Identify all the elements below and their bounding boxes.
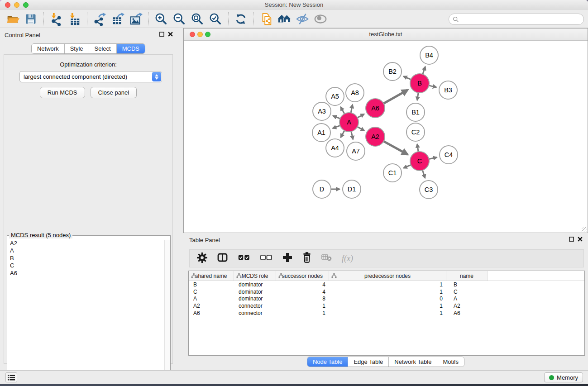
graph-node-C2[interactable]: C2 <box>406 123 425 141</box>
float-table-panel-icon[interactable] <box>569 237 574 242</box>
graph-edge-B-B2[interactable] <box>403 76 411 80</box>
table-row[interactable]: Adominator80A <box>189 295 584 302</box>
export-table-icon[interactable] <box>110 12 125 26</box>
graph-node-B3[interactable]: B3 <box>439 81 457 99</box>
graph-node-B4[interactable]: B4 <box>420 46 438 64</box>
column-header-MCDS-role[interactable]: MCDS role <box>234 271 276 281</box>
table-tab-motifs[interactable]: Motifs <box>437 357 464 367</box>
table-cell[interactable]: connector <box>234 310 276 316</box>
tab-mcds[interactable]: MCDS <box>117 44 145 53</box>
tab-network[interactable]: Network <box>32 44 65 53</box>
graph-node-A5[interactable]: A5 <box>326 87 344 105</box>
table-cell[interactable]: B <box>446 281 488 288</box>
graph-edge-C-C3[interactable] <box>422 170 425 178</box>
graph-node-B2[interactable]: B2 <box>383 62 402 81</box>
home-view-icon[interactable] <box>277 12 292 26</box>
table-cell[interactable]: 1 <box>276 310 329 316</box>
zoom-in-icon[interactable] <box>154 12 168 26</box>
tab-style[interactable]: Style <box>65 44 89 53</box>
graph-node-B[interactable]: B <box>410 74 429 93</box>
tab-select[interactable]: Select <box>89 44 117 53</box>
delete-table-icon[interactable] <box>321 254 332 263</box>
delete-column-icon[interactable] <box>302 252 311 265</box>
zoom-out-icon[interactable] <box>172 12 186 26</box>
mcds-result-item[interactable]: A2 <box>8 240 164 247</box>
graph-edge-B-B4[interactable] <box>423 67 425 74</box>
column-header-shared-name[interactable]: shared name <box>189 271 234 281</box>
graph-edge-A-A2[interactable] <box>357 127 364 131</box>
graph-edge-A-A3[interactable] <box>333 116 340 119</box>
search-input[interactable] <box>461 15 580 24</box>
table-tab-edge-table[interactable]: Edge Table <box>348 357 389 367</box>
graph-node-A6[interactable]: A6 <box>366 99 385 118</box>
refresh-icon[interactable] <box>234 12 248 26</box>
graph-edge-A-A4[interactable] <box>341 130 344 137</box>
graph-edge-A-A8[interactable] <box>351 105 353 113</box>
graph-edge-A-A6[interactable] <box>358 114 364 118</box>
graph-node-D1[interactable]: D1 <box>343 180 361 198</box>
table-row[interactable]: Bdominator41B <box>189 281 584 288</box>
mcds-result-scrollbar[interactable] <box>164 240 170 384</box>
table-cell[interactable]: dominator <box>234 289 276 295</box>
table-row[interactable]: A2connector11A2 <box>189 302 584 310</box>
graph-node-A2[interactable]: A2 <box>366 127 385 146</box>
table-row[interactable]: Cdominator41C <box>189 288 584 295</box>
graph-node-C1[interactable]: C1 <box>383 164 402 182</box>
table-cell[interactable]: A2 <box>446 303 488 309</box>
export-network-icon[interactable] <box>92 12 107 26</box>
criterion-dropdown[interactable]: largest connected component (directed) <box>19 71 162 82</box>
add-column-icon[interactable] <box>282 253 292 264</box>
table-row[interactable]: A6connector11A6 <box>189 310 584 317</box>
show-columns-icon[interactable] <box>217 253 228 264</box>
graph-node-D[interactable]: D <box>313 180 331 198</box>
table-cell[interactable]: 4 <box>276 289 329 295</box>
table-cell[interactable]: 1 <box>329 281 446 288</box>
graph-edge-A6-B[interactable] <box>383 90 408 104</box>
function-builder-icon[interactable]: f(x) <box>342 254 353 263</box>
table-cell[interactable]: 1 <box>329 289 446 295</box>
table-cell[interactable]: 0 <box>329 295 446 302</box>
graph-node-B1[interactable]: B1 <box>406 103 425 121</box>
graph-edge-C-C4[interactable] <box>429 157 437 159</box>
table-cell[interactable]: dominator <box>234 295 276 302</box>
select-all-icon[interactable] <box>238 254 250 262</box>
network-window-titlebar[interactable]: testGlobe.txt <box>184 29 588 41</box>
graph-node-A1[interactable]: A1 <box>312 124 330 142</box>
table-cell[interactable]: 1 <box>329 310 446 316</box>
graph-edge-B-B3[interactable] <box>429 86 436 87</box>
graph-edge-A-A5[interactable] <box>341 107 344 114</box>
table-cell[interactable]: A <box>189 295 234 302</box>
close-panel-icon[interactable] <box>168 32 173 37</box>
zoom-selected-icon[interactable] <box>208 12 223 26</box>
mcds-result-item[interactable]: C <box>8 262 164 269</box>
table-cell[interactable]: A2 <box>189 303 234 309</box>
open-session-icon[interactable] <box>5 12 20 26</box>
mcds-result-list[interactable]: A2ABCA6 <box>8 240 164 384</box>
import-network-icon[interactable] <box>49 12 63 26</box>
graph-edge-A-A1[interactable] <box>333 125 340 128</box>
run-mcds-button[interactable]: Run MCDS <box>40 87 85 98</box>
table-cell[interactable]: B <box>189 281 234 288</box>
memory-button[interactable]: Memory <box>544 372 583 382</box>
task-history-button[interactable] <box>5 372 17 382</box>
table-cell[interactable]: connector <box>234 303 276 309</box>
clone-network-icon[interactable] <box>259 12 273 26</box>
graph-node-C4[interactable]: C4 <box>440 146 458 164</box>
network-canvas[interactable]: AA1A2A3A4A5A6A7A8BB1B2B3B4CC1C2C3C4DD1 <box>184 40 588 233</box>
column-header-predecessor-nodes[interactable]: predecessor nodes <box>329 271 446 281</box>
table-cell[interactable]: 4 <box>276 281 329 288</box>
mcds-result-item[interactable]: A6 <box>8 270 164 277</box>
table-cell[interactable]: A6 <box>189 310 234 316</box>
graph-edge-C-C2[interactable] <box>417 144 418 152</box>
graph-edge-C-C1[interactable] <box>403 165 411 168</box>
graph-node-A4[interactable]: A4 <box>326 139 344 157</box>
import-table-icon[interactable] <box>67 12 81 26</box>
table-cell[interactable]: 1 <box>329 303 446 309</box>
graph-edge-A2-C[interactable] <box>383 141 407 154</box>
table-cell[interactable]: dominator <box>234 281 276 288</box>
column-header-name[interactable]: name <box>446 271 488 281</box>
show-graphics-icon[interactable] <box>313 12 328 26</box>
close-panel-button[interactable]: Close panel <box>91 87 137 98</box>
export-image-icon[interactable] <box>129 12 143 26</box>
graph-node-C[interactable]: C <box>410 152 429 171</box>
